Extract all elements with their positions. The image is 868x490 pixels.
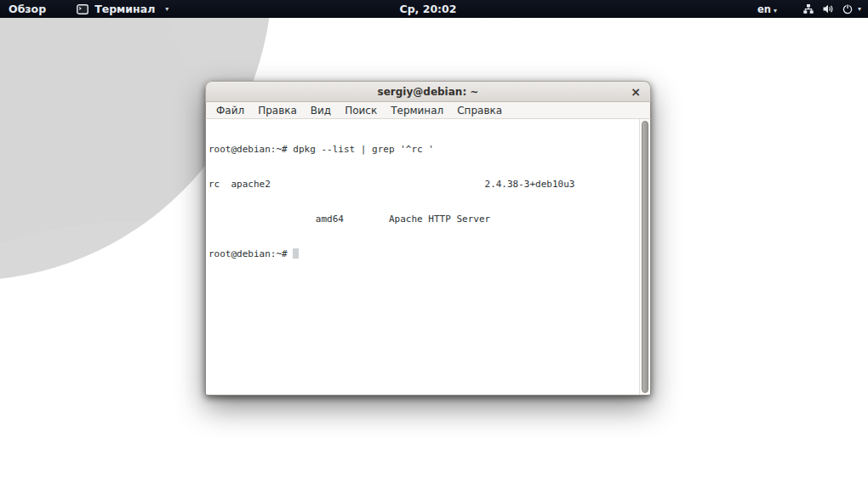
window-title: sergiy@debian: ~ <box>378 86 479 98</box>
keyboard-layout-label: en <box>757 3 771 15</box>
terminal-line: root@debian:~# dpkg --list | grep '^rc ' <box>208 144 637 156</box>
clock-label: Ср, 20:02 <box>399 3 456 15</box>
terminal-prompt: root@debian:~# <box>208 248 293 259</box>
scrollbar-thumb[interactable] <box>642 121 648 393</box>
chevron-down-icon: ▾ <box>165 5 168 13</box>
terminal-window: sergiy@debian: ~ × Файл Правка Вид Поиск… <box>205 81 651 396</box>
terminal-line: rc apache2 2.4.38-3+deb10u3 <box>208 179 637 191</box>
terminal-icon <box>77 4 89 14</box>
chevron-down-icon: ▾ <box>858 5 861 13</box>
clock-button[interactable]: Ср, 20:02 <box>399 0 456 18</box>
activities-label: Обзор <box>9 3 46 15</box>
chevron-down-icon: ▾ <box>774 7 777 14</box>
terminal-line: amd64 Apache HTTP Server <box>208 214 637 225</box>
menu-search[interactable]: Поиск <box>338 102 384 118</box>
close-button[interactable]: × <box>628 85 643 99</box>
top-bar: Обзор Терминал ▾ Ср, 20:02 en▾ <box>0 0 868 18</box>
keyboard-layout-indicator[interactable]: en▾ <box>754 3 780 15</box>
window-titlebar[interactable]: sergiy@debian: ~ × <box>205 81 651 102</box>
terminal-output-area[interactable]: root@debian:~# dpkg --list | grep '^rc '… <box>205 119 651 396</box>
power-icon <box>842 3 854 14</box>
activities-button[interactable]: Обзор <box>0 0 54 18</box>
terminal-output: root@debian:~# dpkg --list | grep '^rc '… <box>206 119 650 282</box>
system-icons <box>802 3 854 14</box>
app-menu-label: Терминал <box>94 3 155 15</box>
menu-view[interactable]: Вид <box>304 102 338 118</box>
volume-icon <box>822 3 834 14</box>
menu-edit[interactable]: Правка <box>251 102 304 118</box>
app-menu-terminal[interactable]: Терминал ▾ <box>68 0 177 18</box>
menu-help[interactable]: Справка <box>450 102 509 118</box>
menu-bar: Файл Правка Вид Поиск Терминал Справка <box>205 102 651 119</box>
system-status-area[interactable]: en▾ ▾ <box>754 0 868 18</box>
terminal-prompt-line: root@debian:~# <box>208 248 637 260</box>
menu-file[interactable]: Файл <box>209 102 251 118</box>
terminal-cursor <box>293 248 299 259</box>
terminal-scrollbar[interactable] <box>639 119 650 395</box>
menu-terminal[interactable]: Терминал <box>384 102 450 118</box>
desktop: Обзор Терминал ▾ Ср, 20:02 en▾ <box>0 0 868 490</box>
network-wired-icon <box>802 3 814 14</box>
